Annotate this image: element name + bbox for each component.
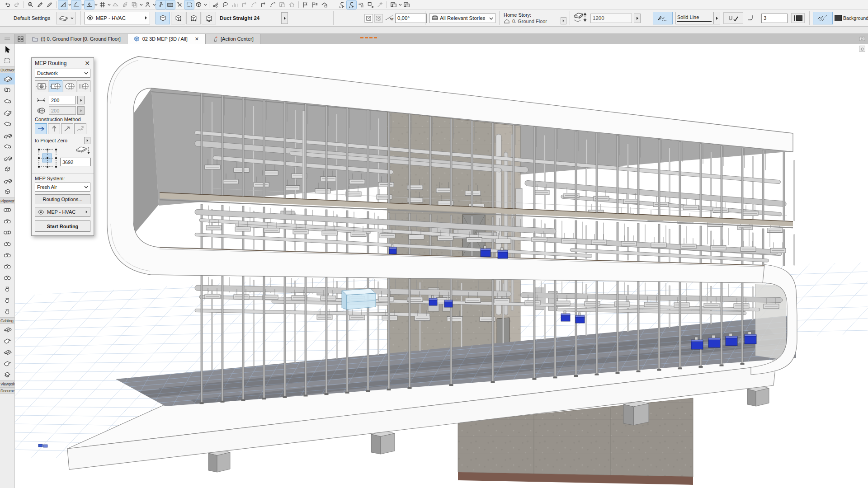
cable-junction-tool[interactable] xyxy=(0,358,15,369)
search-icon[interactable] xyxy=(26,0,35,9)
morph-icon[interactable] xyxy=(194,0,203,9)
teamwork-sync-icon[interactable] xyxy=(347,0,356,9)
height-input[interactable]: 200 xyxy=(49,106,76,115)
routing-options-button[interactable]: Routing Options... xyxy=(35,194,90,204)
cable-riser-tool[interactable] xyxy=(0,347,15,358)
flag-icon[interactable] xyxy=(301,0,310,9)
element-default-button[interactable] xyxy=(56,12,76,24)
dropdown-caret-icon[interactable] xyxy=(398,0,402,9)
pipe-terminal-tool[interactable] xyxy=(0,306,15,317)
flag-list-icon[interactable] xyxy=(310,0,320,9)
arc2-icon[interactable] xyxy=(268,0,278,9)
cm-vertical-button[interactable] xyxy=(48,123,60,134)
viewport-3d[interactable]: MEP Routing✕ Ductwork 200 200 Constructi… xyxy=(15,44,868,488)
pen-icon[interactable] xyxy=(45,0,54,9)
line-type-select[interactable]: Solid Line xyxy=(675,12,713,24)
layers-icon[interactable] xyxy=(130,0,139,9)
favorites-field[interactable]: MEP - HVAC xyxy=(84,12,150,24)
duct-rect-button[interactable] xyxy=(35,80,48,92)
element-info-arrow[interactable] xyxy=(281,12,288,24)
cm-horizontal-button[interactable] xyxy=(35,123,47,134)
dropdown-caret-icon[interactable] xyxy=(81,0,85,9)
chart-icon[interactable] xyxy=(230,0,240,9)
duct-flexible-tool[interactable] xyxy=(0,84,15,96)
toolbox-section-documen[interactable]: Documen xyxy=(0,387,14,394)
pencil-icon[interactable] xyxy=(35,0,45,9)
dropdown-caret-icon[interactable] xyxy=(139,0,143,9)
constraint-x2-button[interactable] xyxy=(374,14,383,23)
pipe-transition-tool[interactable] xyxy=(0,249,15,261)
marquee-3d-icon[interactable] xyxy=(184,0,194,9)
toolbox-section-ductwork[interactable]: Ductwork xyxy=(0,66,14,73)
pen-check-button[interactable] xyxy=(723,12,743,24)
geometry-method-2[interactable] xyxy=(171,12,185,24)
arc-icon[interactable] xyxy=(249,0,259,9)
navigator-icon[interactable] xyxy=(15,34,26,44)
dropdown-caret-icon[interactable] xyxy=(152,0,156,9)
width-input[interactable]: 200 xyxy=(49,96,76,104)
lasso-icon[interactable] xyxy=(221,0,230,9)
pipe-junction-tool[interactable] xyxy=(0,238,15,249)
dropdown-caret-icon[interactable] xyxy=(94,0,98,9)
fit-icon[interactable] xyxy=(278,0,287,9)
duct-bend-tool[interactable] xyxy=(0,96,15,107)
layout-icon[interactable] xyxy=(389,0,398,9)
box-transfer-icon[interactable] xyxy=(366,0,375,9)
fill-swatch[interactable] xyxy=(835,15,842,21)
redo-icon[interactable] xyxy=(12,0,22,9)
home-story-arrow[interactable] xyxy=(561,17,566,24)
cm-3d-button[interactable] xyxy=(74,123,86,134)
fill-toggle[interactable] xyxy=(813,12,833,24)
layout-save-icon[interactable] xyxy=(402,0,411,9)
pipe-segment-tool[interactable] xyxy=(0,227,15,238)
height-arrow[interactable] xyxy=(77,106,85,115)
close-icon[interactable]: ✕ xyxy=(84,60,90,67)
palette-grip[interactable] xyxy=(0,34,15,44)
dropdown-caret-icon[interactable] xyxy=(107,0,111,9)
palette-elevation-input[interactable]: 3692 xyxy=(60,158,91,166)
view-settings-icon[interactable] xyxy=(856,34,868,44)
cable-cross-tool[interactable] xyxy=(0,369,15,380)
scissors-icon[interactable] xyxy=(211,0,221,9)
arrow-tool[interactable] xyxy=(0,44,15,55)
marquee-tool[interactable] xyxy=(0,55,15,66)
pen-input[interactable]: 3 xyxy=(761,14,788,23)
toolbox-section-cabling[interactable]: Cabling xyxy=(0,317,14,324)
line-type-toggle[interactable] xyxy=(653,12,673,24)
cable-bend-tool[interactable] xyxy=(0,335,15,347)
mep-system-select[interactable]: Fresh Air xyxy=(35,183,90,192)
geometry-method-3[interactable] xyxy=(186,12,201,24)
pipe-obstacle-tool[interactable] xyxy=(0,261,15,272)
elevation-input[interactable]: 1200 xyxy=(590,14,632,23)
leaf-icon[interactable] xyxy=(120,0,130,9)
mep-type-select[interactable]: Ductwork xyxy=(35,69,90,78)
pipe-double-tool[interactable] xyxy=(0,272,15,283)
duct-inline-tool[interactable] xyxy=(0,175,15,186)
collision-icon[interactable] xyxy=(175,0,184,9)
undo-icon[interactable] xyxy=(3,0,12,9)
grid-snap-icon[interactable] xyxy=(98,0,107,9)
cable-tray-tool[interactable] xyxy=(0,324,15,335)
dropdown-caret-icon[interactable] xyxy=(68,0,71,9)
duct-straight-tool[interactable] xyxy=(0,73,15,84)
tab-3[interactable]: [Action Center] xyxy=(206,34,260,44)
line-type-arrow[interactable] xyxy=(713,12,720,24)
toolbox-section-pipework[interactable]: Pipework xyxy=(0,197,14,204)
duct-rect-round-button[interactable] xyxy=(49,80,62,92)
tab-2[interactable]: 02 3D MEP [3D / All]✕ xyxy=(127,34,206,44)
layer-button[interactable]: MEP - HVAC xyxy=(35,207,90,217)
width-arrow[interactable] xyxy=(77,96,85,104)
duct-takeoff-tool[interactable] xyxy=(0,141,15,152)
home-icon[interactable] xyxy=(287,0,297,9)
close-tab-icon[interactable]: ✕ xyxy=(195,36,199,42)
reference-arrow[interactable] xyxy=(84,137,90,144)
duct-terminal-tool[interactable] xyxy=(0,186,15,197)
stories-select[interactable]: All Relevant Stories xyxy=(429,13,495,23)
corner-icon[interactable] xyxy=(240,0,249,9)
dimension-icon[interactable] xyxy=(165,0,175,9)
duct-junction-tool[interactable] xyxy=(0,118,15,130)
angle-input[interactable]: 0,00° xyxy=(395,14,427,23)
walk-icon[interactable] xyxy=(156,0,165,9)
viewport-nav-icon[interactable] xyxy=(859,46,865,52)
profile-icon[interactable] xyxy=(143,0,152,9)
